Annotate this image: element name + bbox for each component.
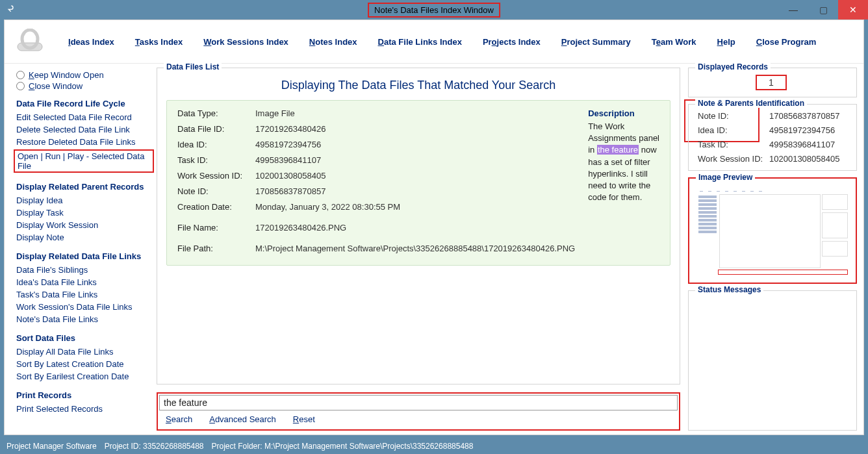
section-parents-head: Display Related Parent Records xyxy=(16,182,154,192)
search-area-annotation: Search Advanced Search Reset xyxy=(157,392,680,431)
v-parents-ws: 102001308058405 xyxy=(769,154,847,164)
status-messages-legend: Status Messages xyxy=(695,285,763,294)
sidebar-ws-links[interactable]: Work Session's Data File Links xyxy=(16,301,154,313)
menu-ideas-label: deas Index xyxy=(71,37,114,47)
menu-project-summary[interactable]: Project Summary xyxy=(561,37,631,47)
app-icon xyxy=(5,4,17,16)
list-title: Displaying The Data Files That Matched Y… xyxy=(166,79,670,92)
menu-work-sessions-index[interactable]: Work Sessions Index xyxy=(203,37,288,47)
k-data-type: Data Type: xyxy=(177,108,255,118)
record-kv: Data Type: Image File Data File ID: 1720… xyxy=(177,108,575,253)
image-preview-panel: Image Preview ———————— xyxy=(688,177,857,284)
status-app-name: Project Manager Software xyxy=(6,442,97,451)
data-files-list-legend: Data Files List xyxy=(164,62,222,71)
k-creation-date: Creation Date: xyxy=(177,202,255,212)
sidebar-note-links[interactable]: Note's Data File Links xyxy=(16,313,154,325)
v-parents-note: 170856837870857 xyxy=(769,111,847,121)
sidebar-siblings[interactable]: Data File's Siblings xyxy=(16,264,154,276)
description-highlight: the feature xyxy=(597,145,639,155)
record-card[interactable]: Data Type: Image File Data File ID: 1720… xyxy=(166,100,670,266)
minimize-button[interactable]: — xyxy=(778,0,808,19)
data-files-list-panel: Data Files List Displaying The Data File… xyxy=(157,68,680,385)
k-file-path: File Path: xyxy=(177,244,255,253)
k-parents-ws: Work Session ID: xyxy=(698,154,769,164)
menu-projects-index[interactable]: Projects Index xyxy=(483,37,541,47)
search-button[interactable]: Search xyxy=(166,414,192,424)
menu-help[interactable]: Help xyxy=(717,37,735,47)
v-parents-task: 49958396841107 xyxy=(769,140,847,149)
status-messages-panel: Status Messages xyxy=(688,290,857,431)
v-data-type: Image File xyxy=(255,108,575,118)
v-data-file-id: 172019263480426 xyxy=(255,124,575,134)
k-parents-idea: Idea ID: xyxy=(698,125,769,135)
sidebar-sort-latest[interactable]: Sort By Latest Creation Date xyxy=(16,358,154,370)
v-parents-idea: 49581972394756 xyxy=(769,125,847,135)
sidebar: Keep Window Open Close Window Data File … xyxy=(5,64,154,435)
v-file-path: M:\Project Management Software\Projects\… xyxy=(255,244,575,253)
menu-close-program[interactable]: Close Program xyxy=(756,37,816,47)
sidebar-display-task[interactable]: Display Task xyxy=(16,207,154,219)
image-preview-thumbnail[interactable]: ———————— xyxy=(695,185,850,277)
sidebar-open-run-play[interactable]: Open | Run | Play - Selected Data File xyxy=(16,148,154,174)
maximize-button[interactable]: ▢ xyxy=(808,0,838,19)
sidebar-display-all[interactable]: Display All Data File Links xyxy=(16,346,154,358)
description-text: The Work Assignments panel in the featur… xyxy=(588,121,659,203)
close-button[interactable]: ✕ xyxy=(838,0,868,19)
note-parents-panel: Note & Parents Identification Note ID: 1… xyxy=(688,104,857,171)
menu-tasks-index[interactable]: Tasks Index xyxy=(135,37,183,47)
sidebar-display-idea[interactable]: Display Idea xyxy=(16,194,154,207)
k-file-name: File Name: xyxy=(177,223,255,233)
sidebar-sort-earliest[interactable]: Sort By Earilest Creation Date xyxy=(16,370,154,383)
logo-icon xyxy=(12,28,47,55)
advanced-search-button[interactable]: Advanced Search xyxy=(209,414,276,424)
radio-close-window[interactable]: Close Window xyxy=(16,81,154,91)
reset-button[interactable]: Reset xyxy=(293,414,315,424)
v-ws-id: 102001308058405 xyxy=(255,171,575,181)
sidebar-display-note[interactable]: Display Note xyxy=(16,231,154,244)
v-file-name: 172019263480426.PNG xyxy=(255,223,575,233)
v-creation-date: Monday, January 3, 2022 08:30:55 PM xyxy=(255,202,575,212)
v-idea-id: 49581972394756 xyxy=(255,140,575,149)
menu-team-work[interactable]: Team Work xyxy=(652,37,696,47)
radio-keep-window-open[interactable]: Keep Window Open xyxy=(16,70,154,80)
main-panel: Data Files List Displaying The Data File… xyxy=(154,64,687,435)
radio-close-input[interactable] xyxy=(16,82,25,90)
sidebar-delete-link[interactable]: Delete Selected Data File Link xyxy=(16,123,154,136)
sidebar-print-selected[interactable]: Print Selected Records xyxy=(16,403,154,415)
sidebar-display-worksession[interactable]: Display Work Session xyxy=(16,219,154,231)
note-parents-legend: Note & Parents Identification xyxy=(695,99,807,108)
top-menu: Ideas Index Tasks Index Work Sessions In… xyxy=(5,20,863,64)
k-idea-id: Idea ID: xyxy=(177,140,255,149)
displayed-records-legend: Displayed Records xyxy=(695,62,771,71)
window-title: Note's Data Files Index Window xyxy=(374,5,494,15)
sidebar-task-links[interactable]: Task's Data File Links xyxy=(16,288,154,301)
menu-notes-index[interactable]: Notes Index xyxy=(309,37,357,47)
right-column: Displayed Records 1 Note & Parents Ident… xyxy=(687,64,863,435)
k-task-id: Task ID: xyxy=(177,155,255,165)
k-data-file-id: Data File ID: xyxy=(177,124,255,134)
displayed-records-panel: Displayed Records 1 xyxy=(688,68,857,97)
status-bar: Project Manager Software Project ID: 335… xyxy=(0,439,868,453)
section-links-head: Display Related Data File Links xyxy=(16,251,154,261)
k-note-id: Note ID: xyxy=(177,186,255,196)
menu-data-file-links-index[interactable]: Data File Links Index xyxy=(378,37,462,47)
sidebar-restore-links[interactable]: Restore Deleted Data File Links xyxy=(16,136,154,148)
status-project-folder: Project Folder: M:\Project Management So… xyxy=(212,442,474,451)
title-bar: Note's Data Files Index Window — ▢ ✕ xyxy=(0,0,868,19)
image-preview-legend: Image Preview xyxy=(696,173,755,182)
k-ws-id: Work Session ID: xyxy=(177,171,255,181)
v-task-id: 49958396841107 xyxy=(255,155,575,165)
app-window: Ideas Index Tasks Index Work Sessions In… xyxy=(4,19,864,435)
description-column: Description The Work Assignments panel i… xyxy=(588,108,659,253)
section-print-head: Print Records xyxy=(16,390,154,400)
radio-keep-open-input[interactable] xyxy=(16,71,25,79)
displayed-records-count: 1 xyxy=(756,75,787,90)
section-lifecycle-head: Data File Record Life Cycle xyxy=(16,99,154,108)
sidebar-edit-record[interactable]: Edit Selected Data File Record xyxy=(16,111,154,123)
search-input[interactable] xyxy=(159,395,678,410)
sidebar-idea-links[interactable]: Idea's Data File Links xyxy=(16,276,154,288)
v-note-id: 170856837870857 xyxy=(255,186,575,196)
description-head: Description xyxy=(588,108,659,118)
menu-ideas-index[interactable]: Ideas Index xyxy=(68,37,114,47)
k-parents-note: Note ID: xyxy=(698,111,769,121)
